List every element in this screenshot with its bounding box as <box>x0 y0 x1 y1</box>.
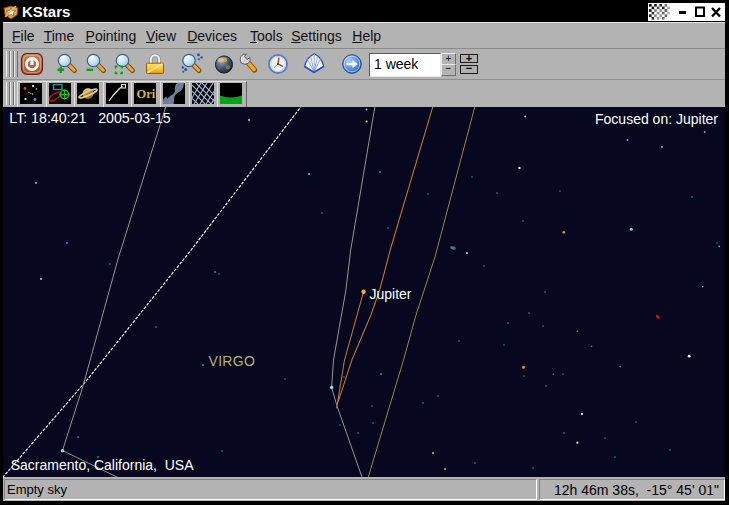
svg-text:Focused on: Jupiter: Focused on: Jupiter <box>595 111 718 127</box>
svg-text:VIRGO: VIRGO <box>209 353 256 369</box>
svg-text:Sacramento, California, USA: Sacramento, California, USA <box>11 457 195 473</box>
svg-text:LT: 18:40:21 2005-03-15: LT: 18:40:21 2005-03-15 <box>9 110 171 126</box>
svg-text:Ori: Ori <box>137 87 156 101</box>
svg-text:Jupiter: Jupiter <box>370 286 412 302</box>
